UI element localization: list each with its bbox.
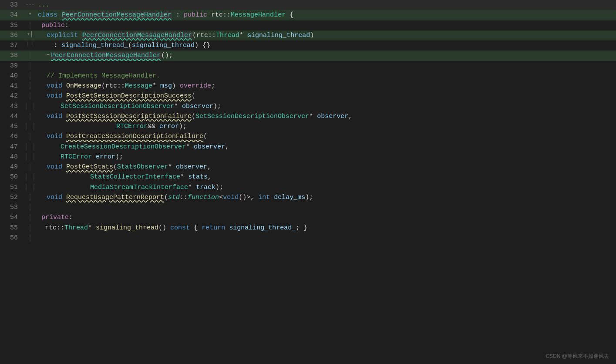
- gutter-40: │: [24, 71, 36, 81]
- code-line-47: 47 │ │ CreateSessionDescriptionObserver*…: [0, 142, 616, 152]
- code-line-35: 35 │ public:: [0, 20, 616, 30]
- code-text-37: : signaling_thread_(signaling_thread) {}: [36, 40, 616, 51]
- line-number-40: 40: [0, 71, 24, 81]
- code-line-40: 40 │ // Implements MessageHandler.: [0, 71, 616, 81]
- line-number-51: 51: [0, 182, 24, 192]
- code-text-35: public:: [36, 20, 616, 30]
- code-text-55: rtc::Thread* signaling_thread() const { …: [36, 223, 616, 233]
- gutter-55: │: [24, 223, 36, 233]
- code-text-50: StatsCollectorInterface* stats,: [36, 172, 616, 182]
- code-line-34: 34 ▾ class PeerConnectionMessageHandler …: [0, 10, 616, 20]
- gutter-37: │ │: [24, 40, 36, 51]
- gutter-42: │: [24, 91, 36, 101]
- line-number-37: 37: [0, 40, 24, 51]
- gutter-54: │: [24, 212, 36, 222]
- code-line-54: 54 │ private:: [0, 212, 616, 222]
- code-line-46: 46 │ void PostCreateSessionDescriptionFa…: [0, 131, 616, 142]
- gutter-48: │ │: [24, 152, 36, 162]
- gutter-52: │: [24, 192, 36, 202]
- code-line-51: 51 │ │ MediaStreamTrackInterface* track)…: [0, 182, 616, 192]
- code-line-42: 42 │ void PostSetSessionDescriptionSucce…: [0, 91, 616, 101]
- line-number-48: 48: [0, 152, 24, 162]
- line-number-34: 34: [0, 10, 24, 20]
- line-number-47: 47: [0, 142, 24, 152]
- line-number-41: 41: [0, 81, 24, 91]
- line-number-38: 38: [0, 51, 24, 61]
- code-text-52: void RequestUsagePatternReport(std::func…: [36, 192, 616, 202]
- line-number-39: 39: [0, 61, 24, 71]
- line-number-46: 46: [0, 131, 24, 142]
- code-text-41: void OnMessage(rtc::Message* msg) overri…: [36, 81, 616, 91]
- code-text-40: // Implements MessageHandler.: [36, 71, 616, 81]
- gutter-34[interactable]: ▾: [24, 10, 36, 20]
- gutter-47: │ │: [24, 142, 36, 152]
- code-line-48: 48 │ │ RTCError error);: [0, 152, 616, 162]
- gutter-44: │: [24, 111, 36, 121]
- code-text-56: [36, 233, 616, 243]
- code-text-36: explicit PeerConnectionMessageHandler(rt…: [36, 30, 616, 40]
- code-line-43: 43 │ │ SetSessionDescriptionObserver* ob…: [0, 101, 616, 111]
- code-text-46: void PostCreateSessionDescriptionFailure…: [36, 131, 616, 142]
- line-number-43: 43: [0, 101, 24, 111]
- line-number: 33: [0, 0, 24, 10]
- code-text-39: [36, 61, 616, 71]
- code-text-42: void PostSetSessionDescriptionSuccess(: [36, 91, 616, 101]
- code-text-45: RTCError&& error);: [36, 121, 616, 131]
- code-text-49: void PostGetStats(StatsObserver* observe…: [36, 162, 616, 172]
- line-number-35: 35: [0, 20, 24, 30]
- code-text-34: class PeerConnectionMessageHandler : pub…: [36, 10, 616, 20]
- gutter-49: │: [24, 162, 36, 172]
- gutter-38: │: [24, 51, 36, 61]
- code-line-37: 37 │ │ : signaling_thread_(signaling_thr…: [0, 40, 616, 51]
- line-number-53: 53: [0, 202, 24, 212]
- line-number-55: 55: [0, 223, 24, 233]
- gutter-43: │ │: [24, 101, 36, 111]
- gutter-46: │: [24, 131, 36, 142]
- gutter-41: │: [24, 81, 36, 91]
- gutter-33: ...: [24, 0, 36, 10]
- line-number-52: 52: [0, 192, 24, 202]
- code-text-48: RTCError error);: [36, 152, 616, 162]
- code-line-41: 41 │ void OnMessage(rtc::Message* msg) o…: [0, 81, 616, 91]
- gutter-35: │: [24, 20, 36, 30]
- code-line-49: 49 │ void PostGetStats(StatsObserver* ob…: [0, 162, 616, 172]
- line-number-54: 54: [0, 212, 24, 222]
- code-text-38: ~PeerConnectionMessageHandler();: [36, 51, 616, 61]
- line-number-45: 45: [0, 121, 24, 131]
- code-line-55: 55 │ rtc::Thread* signaling_thread() con…: [0, 223, 616, 233]
- code-line-52: 52 │ void RequestUsagePatternReport(std:…: [0, 192, 616, 202]
- line-number-36: 36: [0, 30, 24, 40]
- code-line-45: 45 │ │ RTCError&& error);: [0, 121, 616, 131]
- code-text-44: void PostSetSessionDescriptionFailure(Se…: [36, 111, 616, 121]
- gutter-36[interactable]: ▾│: [24, 30, 36, 40]
- gutter-45: │ │: [24, 121, 36, 131]
- code-line-33: 33 ... ...: [0, 0, 616, 10]
- gutter-51: │ │: [24, 182, 36, 192]
- code-text-33: ...: [36, 0, 616, 10]
- code-line-44: 44 │ void PostSetSessionDescriptionFailu…: [0, 111, 616, 121]
- code-text-47: CreateSessionDescriptionObserver* observ…: [36, 142, 616, 152]
- code-text-54: private:: [36, 212, 616, 222]
- code-editor: 33 ... ... 34 ▾ class PeerConnectionMess…: [0, 0, 616, 364]
- code-line-38: 38 │ ~PeerConnectionMessageHandler();: [0, 51, 616, 61]
- gutter-50: │ │: [24, 172, 36, 182]
- line-number-42: 42: [0, 91, 24, 101]
- code-text-53: [36, 202, 616, 212]
- code-line-39: 39 │: [0, 61, 616, 71]
- code-text-43: SetSessionDescriptionObserver* observer)…: [36, 101, 616, 111]
- code-line-53: 53 │: [0, 202, 616, 212]
- code-text-51: MediaStreamTrackInterface* track);: [36, 182, 616, 192]
- code-line-50: 50 │ │ StatsCollectorInterface* stats,: [0, 172, 616, 182]
- gutter-39: │: [24, 61, 36, 71]
- line-number-49: 49: [0, 162, 24, 172]
- gutter-53: │: [24, 202, 36, 212]
- code-line-56: 56 │: [0, 233, 616, 243]
- line-number-50: 50: [0, 172, 24, 182]
- line-number-56: 56: [0, 233, 24, 243]
- code-line-36: 36 ▾│ explicit PeerConnectionMessageHand…: [0, 30, 616, 40]
- watermark: CSDN @等风来不如迎风去: [545, 352, 609, 361]
- gutter-56: │: [24, 233, 36, 243]
- line-number-44: 44: [0, 111, 24, 121]
